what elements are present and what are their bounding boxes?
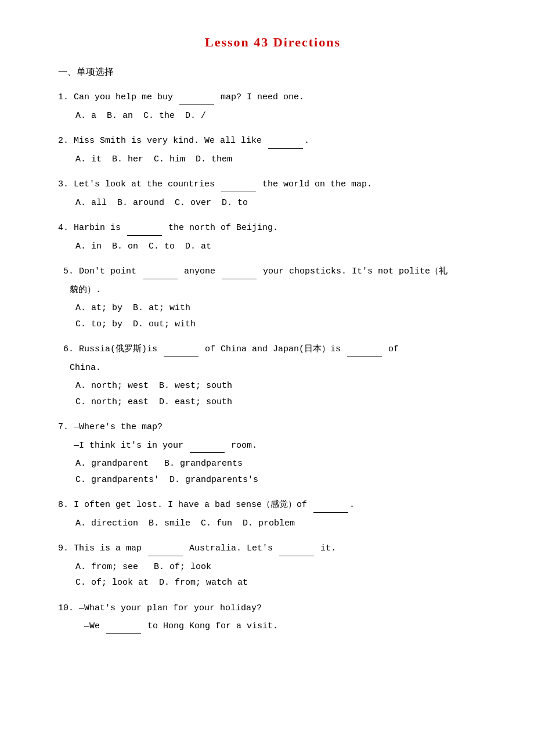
q5-text: 5. Don't point anyone your chopsticks. I… <box>58 264 488 279</box>
q7-options1: A. grandparent B. grandparents <box>75 456 488 471</box>
q6-options1: A. north; west B. west; south <box>75 379 488 394</box>
q10-text1: 10. —What's your plan for your holiday? <box>58 601 488 616</box>
q7-options2: C. grandparents' D. grandparents's <box>75 473 488 488</box>
q3-options: A. all B. around C. over D. to <box>75 196 488 211</box>
q4-text: 4. Harbin is the north of Beijing. <box>58 221 488 236</box>
question-10: 10. —What's your plan for your holiday? … <box>58 601 488 634</box>
q4-options: A. in B. on C. to D. at <box>75 239 488 254</box>
question-5: 5. Don't point anyone your chopsticks. I… <box>58 264 488 332</box>
questions-list: 1. Can you help me buy map? I need one. … <box>58 90 488 634</box>
q9-text: 9. This is a map Australia. Let's it. <box>58 541 488 556</box>
question-4: 4. Harbin is the north of Beijing. A. in… <box>58 221 488 254</box>
question-2: 2. Miss Smith is very kind. We all like … <box>58 134 488 167</box>
q8-options: A. direction B. smile C. fun D. problem <box>75 516 488 531</box>
question-6: 6. Russia(俄罗斯)is of China and Japan(日本）i… <box>58 342 488 409</box>
q9-options1: A. from; see B. of; look <box>75 560 488 575</box>
q3-text: 3. Let's look at the countries the world… <box>58 177 488 192</box>
q7-text2: —I think it's in your room. <box>58 438 488 453</box>
q6-text: 6. Russia(俄罗斯)is of China and Japan(日本）i… <box>58 342 488 357</box>
q7-text1: 7. —Where's the map? <box>58 420 488 435</box>
q5-options2: C. to; by D. out; with <box>75 317 488 332</box>
q5-text2: 貌的）. <box>70 283 488 298</box>
q6-text2: China. <box>70 361 488 376</box>
q5-options1: A. at; by B. at; with <box>75 301 488 316</box>
q10-text2: —We to Hong Kong for a visit. <box>58 619 488 634</box>
q2-text: 2. Miss Smith is very kind. We all like … <box>58 134 488 149</box>
q9-options2: C. of; look at D. from; watch at <box>75 575 488 591</box>
q6-options2: C. north; east D. east; south <box>75 395 488 410</box>
q1-text: 1. Can you help me buy map? I need one. <box>58 90 488 105</box>
question-8: 8. I often get lost. I have a bad sense（… <box>58 498 488 531</box>
page-title: Lesson 43 Directions <box>58 35 488 50</box>
question-9: 9. This is a map Australia. Let's it. A.… <box>58 541 488 591</box>
q8-text: 8. I often get lost. I have a bad sense（… <box>58 498 488 513</box>
section-header: 一、单项选择 <box>58 66 488 78</box>
q2-options: A. it B. her C. him D. them <box>75 152 488 167</box>
q1-options: A. a B. an C. the D. / <box>75 109 488 124</box>
question-1: 1. Can you help me buy map? I need one. … <box>58 90 488 123</box>
question-7: 7. —Where's the map? —I think it's in yo… <box>58 420 488 487</box>
question-3: 3. Let's look at the countries the world… <box>58 177 488 210</box>
